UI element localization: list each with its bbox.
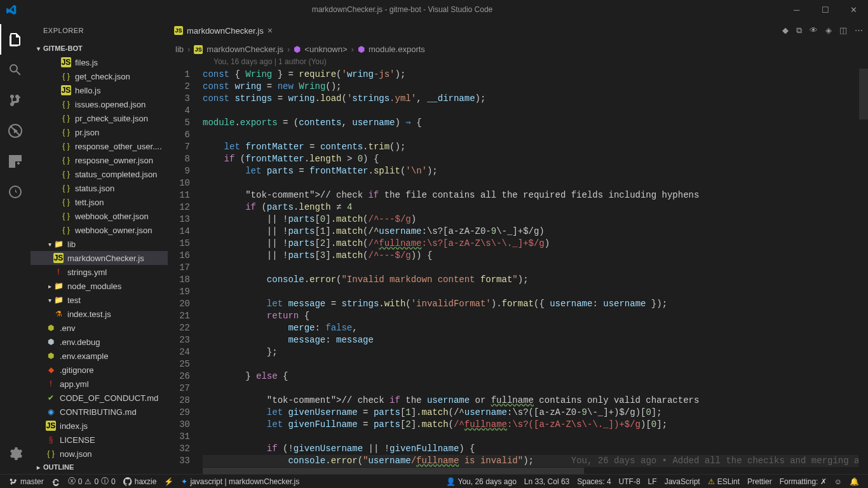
status-eol[interactable]: LF [644, 475, 661, 488]
code-editor[interactable]: 1234567891011121314151617181920212223242… [168, 69, 868, 468]
breadcrumb-item[interactable]: markdownChecker.js [207, 44, 283, 54]
status-path[interactable]: ✦ javascript | markdownChecker.js [177, 475, 303, 488]
tree-item-test[interactable]: ▾📁test [31, 293, 168, 307]
tree-item-resposne_owner-json[interactable]: { }resposne_owner.json [31, 153, 168, 167]
info-icon: ⓘ [101, 476, 109, 487]
tab-label: markdownChecker.js [187, 26, 264, 36]
close-button[interactable]: ✕ [839, 0, 868, 19]
tree-item-status_completed-json[interactable]: { }status_completed.json [31, 167, 168, 181]
statusbar: master ⓧ0 ⚠0 ⓘ0 haxzie ⚡ ✦ javascript | … [0, 474, 868, 488]
scrollbar-thumb[interactable] [203, 468, 584, 474]
outline-header[interactable]: ▸ OUTLINE [31, 460, 168, 474]
status-sync[interactable] [48, 475, 64, 488]
outline-label: OUTLINE [43, 463, 74, 471]
blame-label: You, 26 days ago [458, 477, 517, 486]
tree-item-markdownChecker-js[interactable]: JSmarkdownChecker.js [31, 251, 168, 265]
bolt-icon: ⚡ [164, 477, 173, 486]
status-liveshare[interactable]: ⚡ [160, 475, 177, 488]
warning-icon: ⚠ [708, 477, 715, 486]
status-bell[interactable]: 🔔 [846, 475, 863, 488]
tree-item-lib[interactable]: ▾📁lib [31, 237, 168, 251]
activity-debug[interactable] [0, 116, 31, 146]
tree-item-webhook_owner-json[interactable]: { }webhook_owner.json [31, 223, 168, 237]
breadcrumb-item[interactable]: lib [175, 44, 184, 54]
minimap-slider[interactable] [859, 69, 868, 119]
tree-item-index-js[interactable]: JSindex.js [31, 419, 168, 433]
info-count: 0 [111, 477, 116, 486]
breadcrumb-item[interactable]: <unknown> [304, 44, 347, 54]
status-branch[interactable]: master [5, 475, 48, 488]
tree-item-LICENSE[interactable]: §LICENSE [31, 433, 168, 447]
status-prettier[interactable]: Prettier [743, 475, 776, 488]
tree-item-node_modules[interactable]: ▸📁node_modules [31, 279, 168, 293]
activity-liveshare[interactable] [0, 177, 31, 207]
tree-item-webhook_other-json[interactable]: { }webhook_other.json [31, 209, 168, 223]
person-icon: 👤 [446, 477, 456, 486]
tree-item-issues-opened-json[interactable]: { }issues.opened.json [31, 97, 168, 111]
editor-actions: ◆ ⧉ 👁 ◈ ◫ ⋯ [782, 19, 868, 41]
status-eslint[interactable]: ⚠ ESLint [704, 475, 743, 488]
file-tree[interactable]: JSfiles.js{ }get_check.jsonJShello.js{ }… [31, 55, 168, 460]
status-user[interactable]: haxzie [119, 475, 161, 488]
split-icon[interactable]: ◫ [839, 25, 847, 35]
chevron-right-icon: › [287, 44, 290, 54]
maximize-button[interactable]: ☐ [811, 0, 839, 19]
tree-item-response_other_user-[interactable]: { }response_other_user.... [31, 139, 168, 153]
project-name: GITME-BOT [43, 44, 83, 52]
status-spaces[interactable]: Spaces: 4 [573, 475, 614, 488]
user-label: haxzie [135, 477, 157, 486]
tree-item-CODE_OF_CONDUCT-md[interactable]: ✔CODE_OF_CONDUCT.md [31, 391, 168, 405]
more-icon[interactable]: ⋯ [855, 25, 863, 35]
tree-item-hello-js[interactable]: JShello.js [31, 83, 168, 97]
tree-item-status-json[interactable]: { }status.json [31, 181, 168, 195]
activity-extensions[interactable] [0, 146, 31, 177]
status-cursor[interactable]: Ln 33, Col 63 [520, 475, 573, 488]
project-header[interactable]: ▾ GITME-BOT [31, 41, 168, 55]
js-file-icon: JS [174, 26, 183, 35]
status-blame[interactable]: 👤 You, 26 days ago [442, 475, 520, 488]
status-encoding[interactable]: UTF-8 [615, 475, 644, 488]
error-icon: ⓧ [68, 476, 76, 487]
tree-item--gitignore[interactable]: ◆.gitignore [31, 363, 168, 377]
line-numbers: 1234567891011121314151617181920212223242… [168, 69, 203, 468]
breadcrumb[interactable]: lib › JS markdownChecker.js › ⬢ <unknown… [168, 41, 868, 57]
status-language[interactable]: JavaScript [661, 475, 704, 488]
activity-settings[interactable] [0, 438, 31, 469]
tree-item--env[interactable]: ⬢.env [31, 321, 168, 335]
tab-markdownchecker[interactable]: JS markdownChecker.js × [168, 19, 280, 41]
tree-item-strings-yml[interactable]: !strings.yml [31, 265, 168, 279]
minimap[interactable] [858, 69, 868, 468]
path-label: javascript | markdownChecker.js [190, 477, 299, 486]
tree-item-get_check-json[interactable]: { }get_check.json [31, 69, 168, 83]
app-icon [0, 4, 22, 15]
status-formatting[interactable]: Formatting: ✗ [776, 475, 831, 488]
prettier-icon[interactable]: ◆ [782, 25, 789, 35]
horizontal-scrollbar[interactable] [168, 468, 868, 474]
tree-item--env-example[interactable]: ⬢.env.example [31, 349, 168, 363]
watch-icon[interactable]: 👁 [810, 25, 818, 35]
window-controls: ─ ☐ ✕ [782, 0, 868, 19]
tree-item-CONTRIBUTING-md[interactable]: ◉CONTRIBUTING.md [31, 405, 168, 419]
tree-item-index-test-js[interactable]: ⚗index.test.js [31, 307, 168, 321]
breadcrumb-item[interactable]: module.exports [369, 44, 425, 54]
tree-item-pr_check_suite-json[interactable]: { }pr_check_suite.json [31, 111, 168, 125]
activity-scm[interactable] [0, 85, 31, 116]
diamond-icon[interactable]: ◈ [825, 25, 832, 35]
tree-item-tett-json[interactable]: { }tett.json [31, 195, 168, 209]
tree-item-now-json[interactable]: { }now.json [31, 447, 168, 460]
code-content[interactable]: const { Wring } = require('wring-js');co… [203, 69, 868, 468]
activity-search[interactable] [0, 55, 31, 85]
codelens[interactable]: You, 16 days ago | 1 author (You) [168, 57, 868, 69]
activity-explorer[interactable] [0, 24, 31, 55]
minimize-button[interactable]: ─ [782, 0, 811, 19]
activity-bar [0, 19, 31, 474]
tree-item-files-js[interactable]: JSfiles.js [31, 55, 168, 69]
status-problems[interactable]: ⓧ0 ⚠0 ⓘ0 [64, 475, 119, 488]
tab-close-icon[interactable]: × [268, 25, 273, 36]
warning-icon: ⚠ [85, 477, 92, 486]
status-feedback[interactable]: ☺ [831, 475, 846, 488]
tree-item--env-debug[interactable]: ⬢.env.debug [31, 335, 168, 349]
compare-icon[interactable]: ⧉ [796, 25, 802, 36]
tree-item-app-yml[interactable]: !app.yml [31, 377, 168, 391]
tree-item-pr-json[interactable]: { }pr.json [31, 125, 168, 139]
